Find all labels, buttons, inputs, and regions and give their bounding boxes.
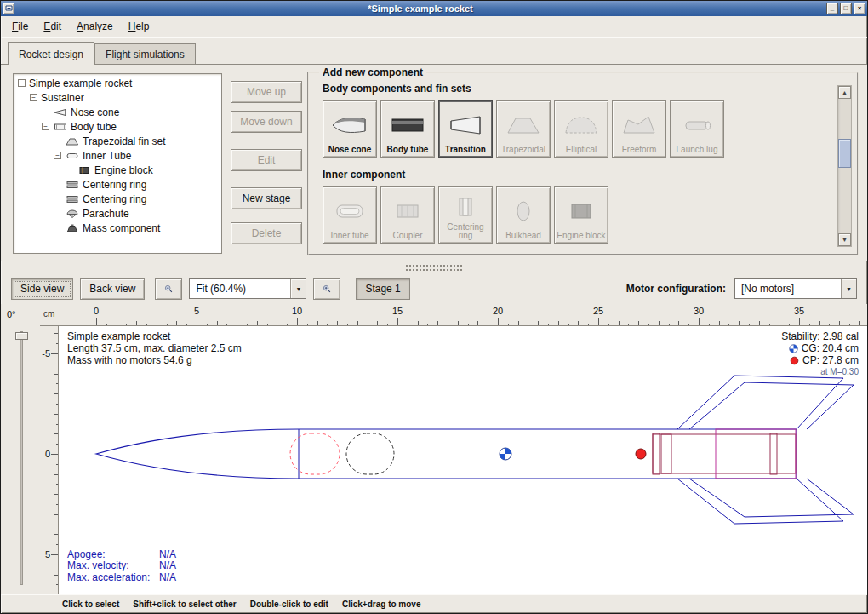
component-panel-scrollbar[interactable]: ▲ ▼ bbox=[837, 85, 852, 247]
vertical-ruler: -5 0 5 bbox=[40, 326, 59, 594]
window-menu-icon[interactable] bbox=[3, 3, 14, 14]
add-transition-button[interactable]: Transition bbox=[438, 100, 493, 158]
cp-marker bbox=[636, 449, 646, 459]
add-bulkhead-button[interactable]: Bulkhead bbox=[496, 186, 551, 244]
scroll-down-icon[interactable]: ▼ bbox=[838, 233, 851, 246]
tree-item-inner-tube[interactable]: − Inner Tube bbox=[14, 148, 221, 163]
centering-ring-icon bbox=[65, 181, 79, 189]
zoom-in-button[interactable] bbox=[313, 278, 340, 300]
body-tube-icon bbox=[389, 104, 426, 146]
side-view-button[interactable]: Side view bbox=[11, 278, 73, 300]
tab-rocket-design[interactable]: Rocket design bbox=[8, 42, 94, 65]
menubar: File Edit Analyze Help bbox=[1, 16, 867, 37]
motor-configuration-label: Motor configuration: bbox=[626, 283, 726, 295]
add-launch-lug-button[interactable]: Launch lug bbox=[670, 100, 724, 158]
engine-block-icon bbox=[562, 190, 600, 232]
inner-component-buttons: Inner tube Coupler Centering ring Bulkhe… bbox=[323, 186, 848, 244]
move-down-button[interactable]: Move down bbox=[231, 111, 302, 133]
delete-button[interactable]: Delete bbox=[231, 222, 302, 244]
add-nose-cone-button[interactable]: Nose cone bbox=[323, 100, 377, 158]
tree-item-centering-ring-2[interactable]: Centering ring bbox=[14, 192, 221, 206]
coupler-icon bbox=[389, 190, 426, 232]
nose-cone-icon bbox=[53, 108, 67, 117]
launch-lug-icon bbox=[678, 104, 716, 146]
collapse-icon[interactable]: − bbox=[30, 94, 37, 101]
menu-file[interactable]: File bbox=[5, 18, 35, 35]
window-title: *Simple example rocket bbox=[16, 3, 825, 14]
scroll-up-icon[interactable]: ▲ bbox=[838, 86, 851, 99]
add-component-title: Add new component bbox=[319, 66, 426, 78]
zoom-level-select[interactable]: Fit (60.4%) ▼ bbox=[189, 278, 306, 299]
chevron-down-icon: ▼ bbox=[290, 279, 306, 298]
maximize-button[interactable]: □ bbox=[840, 3, 852, 14]
hint-double-click: Double-click to edit bbox=[250, 600, 328, 609]
cp-icon bbox=[790, 356, 799, 365]
tree-item-parachute[interactable]: Parachute bbox=[14, 206, 221, 221]
close-button[interactable]: × bbox=[854, 3, 865, 14]
hint-click-drag: Click+drag to move bbox=[342, 600, 421, 609]
app-window: *Simple example rocket _ □ × File Edit A… bbox=[0, 0, 868, 614]
tree-item-engine-block[interactable]: Engine block bbox=[14, 163, 221, 177]
add-freeform-fin-button[interactable]: Freeform bbox=[612, 100, 666, 158]
tab-flight-simulations[interactable]: Flight simulations bbox=[94, 43, 196, 65]
cg-value: CG: 20.4 cm bbox=[802, 342, 859, 354]
main-tabs: Rocket design Flight simulations bbox=[1, 37, 867, 64]
add-body-tube-button[interactable]: Body tube bbox=[380, 100, 435, 158]
titlebar: *Simple example rocket _ □ × bbox=[1, 1, 867, 16]
add-coupler-button[interactable]: Coupler bbox=[380, 186, 435, 244]
edit-button[interactable]: Edit bbox=[231, 149, 302, 171]
fin-top bbox=[677, 376, 843, 429]
tree-item-nose-cone[interactable]: Nose cone bbox=[14, 105, 221, 119]
new-stage-button[interactable]: New stage bbox=[231, 187, 302, 209]
collapse-icon[interactable]: − bbox=[54, 152, 61, 159]
centering-ring-icon bbox=[447, 190, 484, 223]
menu-edit[interactable]: Edit bbox=[37, 18, 68, 35]
rocket-info: Simple example rocket Length 37.5 cm, ma… bbox=[67, 330, 242, 366]
add-new-component-group: Add new component Body components and fi… bbox=[307, 66, 859, 255]
add-centering-ring-button[interactable]: Centering ring bbox=[438, 186, 493, 244]
cg-marker bbox=[500, 448, 511, 460]
rotation-slider[interactable] bbox=[20, 331, 23, 585]
rocket-body-outline bbox=[96, 429, 797, 479]
add-elliptical-fin-button[interactable]: Elliptical bbox=[554, 100, 608, 158]
inner-tube-icon bbox=[65, 152, 79, 160]
back-view-button[interactable]: Back view bbox=[80, 278, 145, 300]
add-trapezoidal-fin-button[interactable]: Trapezoidal bbox=[496, 100, 551, 158]
mach-note: at M=0.30 bbox=[781, 366, 859, 378]
tree-item-mass-component[interactable]: Mass component bbox=[14, 221, 221, 235]
add-inner-tube-button[interactable]: Inner tube bbox=[323, 186, 377, 244]
collapse-icon[interactable]: − bbox=[18, 79, 26, 87]
rotation-slider-handle[interactable] bbox=[15, 332, 28, 340]
add-engine-block-button[interactable]: Engine block bbox=[554, 186, 608, 244]
tree-item-rocket[interactable]: − Simple example rocket bbox=[14, 76, 221, 90]
menu-help[interactable]: Help bbox=[122, 18, 157, 35]
tree-item-sustainer[interactable]: − Sustainer bbox=[14, 90, 221, 105]
rotation-angle-label: 0° bbox=[7, 309, 16, 319]
panel-splitter[interactable] bbox=[1, 261, 867, 273]
statusbar: Click to select Shift+click to select ot… bbox=[1, 594, 867, 614]
collapse-icon[interactable]: − bbox=[42, 123, 49, 130]
transition-icon bbox=[447, 104, 484, 146]
rotation-control: 0° bbox=[1, 304, 40, 594]
rocket-canvas[interactable]: Simple example rocket Length 37.5 cm, ma… bbox=[59, 326, 867, 594]
horizontal-ruler: 0 5 10 15 20 25 30 35 bbox=[59, 304, 867, 326]
minimize-button[interactable]: _ bbox=[826, 3, 838, 14]
parachute-icon bbox=[65, 209, 79, 218]
move-up-button[interactable]: Move up bbox=[231, 81, 302, 103]
stage-1-toggle[interactable]: Stage 1 bbox=[356, 278, 409, 300]
bulkhead-icon bbox=[505, 190, 542, 232]
inner-tube-icon bbox=[331, 190, 368, 232]
tree-item-centering-ring-1[interactable]: Centering ring bbox=[14, 177, 221, 192]
fin-top-projection bbox=[689, 382, 854, 429]
scrollbar-thumb[interactable] bbox=[838, 139, 851, 168]
fin-icon bbox=[65, 137, 79, 146]
tree-item-trapezoidal-fin-set[interactable]: Trapezoidal fin set bbox=[14, 134, 221, 148]
motor-configuration-select[interactable]: [No motors] ▼ bbox=[734, 278, 857, 299]
component-tree[interactable]: − Simple example rocket − Sustainer Nose… bbox=[13, 73, 222, 254]
hint-click-select: Click to select bbox=[62, 600, 119, 609]
body-tube-icon bbox=[53, 123, 67, 131]
zoom-out-button[interactable] bbox=[155, 278, 182, 300]
menu-analyze[interactable]: Analyze bbox=[70, 18, 120, 35]
tree-item-body-tube[interactable]: − Body tube bbox=[14, 119, 221, 134]
body-component-buttons: Nose cone Body tube Transition Trapezoid… bbox=[323, 100, 848, 158]
